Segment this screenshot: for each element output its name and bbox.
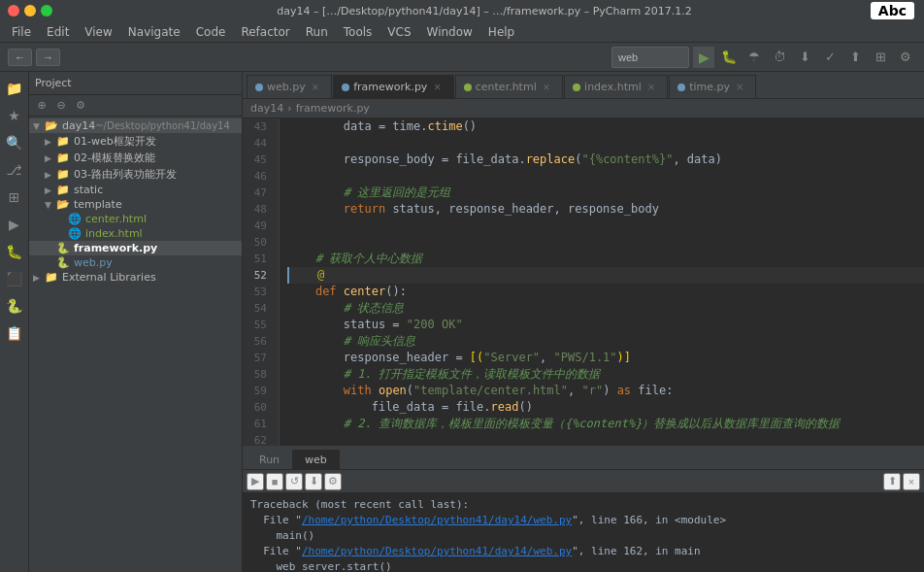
tab-framework-py[interactable]: framework.py × — [333, 75, 454, 98]
term-link-2[interactable]: /home/python/Desktop/python41/day14/web.… — [302, 545, 572, 557]
tab-close-framework[interactable]: × — [433, 82, 441, 92]
term-expand-button[interactable]: ⬆ — [883, 473, 901, 490]
html-icon-index: 🌐 — [68, 227, 83, 240]
project-toolbar-btn-1[interactable]: ⊕ — [33, 97, 50, 115]
tree-item-root[interactable]: ▼ 📂 day14 ~/Desktop/python41/day14 — [29, 118, 242, 133]
tree-item-framework-py[interactable]: 🐍 framework.py — [29, 241, 242, 255]
breadcrumb-framework[interactable]: framework.py — [296, 102, 370, 115]
tab-close-web[interactable]: × — [312, 82, 319, 92]
sidebar-icon-favorites[interactable]: ★ — [2, 103, 27, 128]
tab-index-html[interactable]: index.html × — [564, 75, 668, 98]
term-scroll-button[interactable]: ⬇ — [305, 473, 322, 490]
sidebar-icon-structure[interactable]: ⊞ — [2, 185, 27, 210]
code-line-48: return status, response_header, response… — [287, 201, 924, 218]
tab-close-index[interactable]: × — [647, 82, 655, 92]
back-button[interactable]: ← — [8, 49, 32, 66]
menu-item-window[interactable]: Window — [419, 23, 480, 41]
tab-center-html[interactable]: center.html × — [455, 75, 563, 98]
tree-arrow-root: ▼ — [33, 121, 45, 131]
sidebar-icon-event-log[interactable]: 📋 — [2, 320, 27, 346]
term-settings-button[interactable]: ⚙ — [324, 473, 342, 490]
window-controls[interactable] — [8, 5, 52, 17]
sidebar-icon-run[interactable]: ▶ — [2, 212, 27, 237]
term-stop-button[interactable]: ■ — [266, 473, 283, 490]
tree-item-01[interactable]: ▶ 📁 01-web框架开发 — [29, 133, 242, 150]
vcs-push-button[interactable]: ⬆ — [844, 47, 866, 68]
html-icon-center: 🌐 — [68, 213, 83, 225]
tab-web-py[interactable]: web.py × — [247, 75, 332, 98]
tab-close-center[interactable]: × — [543, 82, 550, 92]
forward-button[interactable]: → — [36, 49, 60, 66]
menu-item-tools[interactable]: Tools — [336, 23, 380, 41]
sidebar-icon-vcs[interactable]: ⎇ — [2, 157, 27, 183]
tree-item-static[interactable]: ▶ 📁 static — [29, 183, 242, 197]
ln-51: 51 — [243, 251, 273, 267]
tree-root-label: day14 — [62, 119, 95, 132]
sidebar-icon-search[interactable]: 🔍 — [2, 130, 27, 155]
menu-item-code[interactable]: Code — [188, 23, 234, 41]
profile-button[interactable]: ⏱ — [769, 47, 790, 68]
menu-item-navigate[interactable]: Navigate — [120, 23, 188, 41]
term-close-button[interactable]: × — [903, 473, 920, 490]
tab-label-index: index.html — [584, 81, 642, 93]
project-toolbar-btn-2[interactable]: ⊖ — [52, 97, 70, 115]
vcs-update-button[interactable]: ⬇ — [794, 47, 815, 68]
tree-item-external[interactable]: ▶ 📁 External Libraries — [29, 270, 242, 285]
sidebar-icon-python[interactable]: 🐍 — [2, 293, 27, 319]
maximize-button[interactable] — [41, 5, 52, 17]
menu-item-help[interactable]: Help — [480, 23, 522, 41]
main-layout: 📁 ★ 🔍 ⎇ ⊞ ▶ 🐛 ⬛ 🐍 📋 Project ⊕ ⊖ ⚙ ▼ 📂 da… — [0, 72, 924, 572]
coverage-button[interactable]: ☂ — [743, 47, 765, 68]
sidebar-icon-project[interactable]: 📁 — [2, 76, 27, 101]
bottom-tab-web[interactable]: web — [292, 450, 340, 469]
run-config-input[interactable] — [611, 47, 689, 68]
project-toolbar-btn-3[interactable]: ⚙ — [72, 97, 89, 115]
term-rerun-button[interactable]: ↺ — [285, 473, 303, 490]
bottom-tab-run[interactable]: Run — [247, 450, 292, 469]
terminal-button[interactable]: ⊞ — [870, 47, 891, 68]
tree-item-index-html[interactable]: 🌐 index.html — [29, 226, 242, 241]
bottom-tabs: Run web — [243, 447, 924, 470]
tree-item-template[interactable]: ▼ 📂 template — [29, 197, 242, 212]
ln-57: 57 — [243, 350, 273, 366]
term-run-button[interactable]: ▶ — [247, 473, 264, 490]
tree-item-center-html[interactable]: 🌐 center.html — [29, 212, 242, 226]
debug-button[interactable]: 🐛 — [718, 47, 740, 68]
tab-label-framework: framework.py — [353, 81, 427, 93]
tree-item-web-py[interactable]: 🐍 web.py — [29, 255, 242, 270]
tree-label-02: 02-模板替换效能 — [74, 151, 155, 165]
sidebar-icon-debug[interactable]: 🐛 — [2, 239, 27, 264]
vcs-commit-button[interactable]: ✓ — [819, 47, 841, 68]
term-line-4: web_server.start() — [250, 559, 916, 572]
menu-item-vcs[interactable]: VCS — [380, 23, 418, 41]
tab-dot-time — [677, 84, 685, 91]
bottom-toolbar: ▶ ■ ↺ ⬇ ⚙ ⬆ × — [243, 470, 924, 493]
tree-arrow-03: ▶ — [45, 170, 56, 180]
term-link-1[interactable]: /home/python/Desktop/python41/day14/web.… — [302, 514, 572, 526]
breadcrumb-day14[interactable]: day14 — [250, 102, 283, 115]
tree-item-03[interactable]: ▶ 📁 03-路由列表功能开发 — [29, 166, 242, 183]
terminal-content[interactable]: Traceback (most recent call last): File … — [243, 493, 924, 572]
tree-item-02[interactable]: ▶ 📁 02-模板替换效能 — [29, 150, 242, 166]
code-content[interactable]: data = time.ctime() response_body = file… — [280, 118, 924, 446]
tab-time-py[interactable]: time.py × — [669, 75, 756, 98]
menu-item-refactor[interactable]: Refactor — [233, 23, 297, 41]
menu-item-edit[interactable]: Edit — [39, 23, 77, 41]
project-panel: Project ⊕ ⊖ ⚙ ▼ 📂 day14 ~/Desktop/python… — [29, 72, 243, 572]
menu-item-run[interactable]: Run — [298, 23, 336, 41]
tree-label-index-html: index.html — [85, 227, 143, 240]
close-button[interactable] — [8, 5, 19, 17]
settings-button[interactable]: ⚙ — [895, 47, 916, 68]
ln-56: 56 — [243, 333, 273, 350]
sidebar-icon-terminal[interactable]: ⬛ — [2, 266, 27, 291]
ln-43: 43 — [243, 118, 273, 135]
tab-label-web: web.py — [267, 81, 306, 93]
code-line-50 — [287, 234, 924, 251]
menu-item-view[interactable]: View — [77, 23, 119, 41]
minimize-button[interactable] — [24, 5, 36, 17]
tab-close-time[interactable]: × — [736, 82, 743, 92]
run-button[interactable]: ▶ — [693, 47, 714, 68]
editor-area: web.py × framework.py × center.html × in… — [243, 72, 924, 572]
menu-item-file[interactable]: File — [4, 23, 39, 41]
tree-label-center-html: center.html — [85, 213, 147, 225]
